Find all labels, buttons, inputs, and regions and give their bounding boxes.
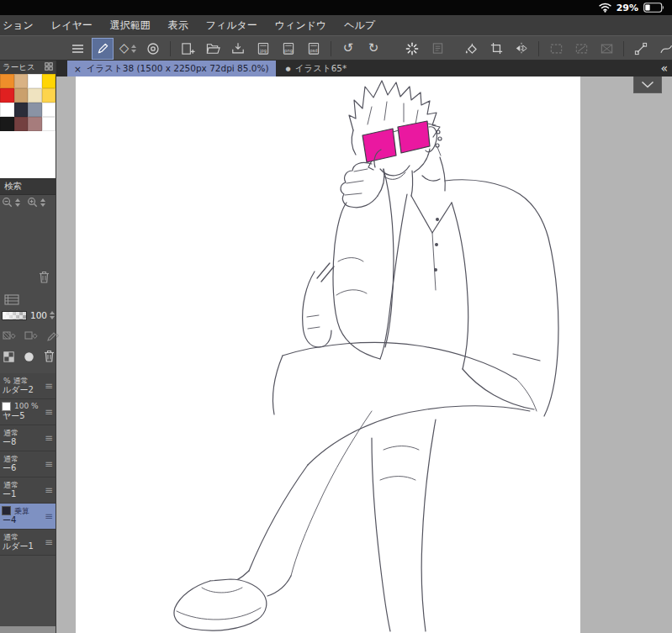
layer-row-6[interactable]: 通常 ー6 ≡ [0, 451, 56, 477]
layer-menu-icon[interactable]: ≡ [45, 510, 53, 522]
layer-row-layer-5[interactable]: 100 % ヤー5 ≡ [0, 399, 56, 425]
processing-spinner-icon [402, 39, 422, 59]
panel-scrollbar[interactable] [0, 626, 56, 633]
lock-transparency-icon[interactable] [3, 330, 16, 346]
menu-window[interactable]: ウィンドウ [275, 18, 326, 33]
undo-icon[interactable]: ↺ [338, 39, 358, 59]
save-icon[interactable] [228, 39, 248, 59]
export-psd-icon[interactable]: psd [304, 39, 324, 59]
curve-tool-icon[interactable] [656, 39, 672, 59]
color-swatch[interactable] [28, 74, 42, 88]
zoom-out-stepper[interactable] [2, 197, 20, 208]
color-history-swatches [0, 74, 56, 178]
line-tool-icon[interactable] [631, 39, 651, 59]
toolbar-expand-chevron-icon[interactable] [633, 75, 662, 93]
color-history-panel-tab[interactable]: ラーヒス [0, 61, 56, 74]
wifi-icon [599, 0, 611, 16]
menu-view[interactable]: 表示 [168, 18, 188, 33]
layer-row-8[interactable]: 通常 ー8 ≡ [0, 425, 56, 451]
tool-variant-stepper-icon[interactable]: ◇ [118, 39, 138, 59]
layer-menu-icon[interactable]: ≡ [45, 458, 53, 470]
layer-name: ルダー1 [3, 541, 34, 552]
pen-tool-icon[interactable] [93, 39, 113, 59]
menu-filter[interactable]: フィルター [206, 18, 257, 33]
color-swatch[interactable] [14, 103, 29, 117]
new-canvas-icon[interactable] [177, 39, 198, 59]
main-menu-icon[interactable] [67, 39, 87, 59]
layer-row-4-selected[interactable]: 乗算 ー4 ≡ [0, 504, 56, 530]
color-swatch[interactable] [14, 74, 29, 88]
collapse-right-panel-icon[interactable]: « [660, 61, 668, 76]
battery-percent: 29% [616, 3, 638, 13]
canvas-artwork [76, 76, 580, 633]
left-panel: ラーヒス 検索 [0, 61, 56, 633]
select-area-icon[interactable] [546, 39, 566, 59]
color-swatch[interactable] [42, 103, 56, 117]
layer-name: ー4 [3, 514, 16, 526]
color-swatch[interactable] [0, 88, 14, 103]
menu-help[interactable]: ヘルプ [344, 18, 375, 33]
layer-row-folder-1[interactable]: 通常 ルダー1 ≡ [0, 530, 56, 556]
unsaved-indicator-icon: ● [286, 66, 291, 72]
color-swatch[interactable] [14, 88, 29, 103]
color-swatch[interactable] [14, 117, 29, 131]
deselect-icon[interactable] [571, 39, 591, 59]
toolbar-separator [331, 41, 331, 56]
opacity-stepper[interactable] [50, 311, 55, 319]
stabilizer-icon[interactable] [143, 39, 163, 59]
layer-blend-mode: 乗算 [14, 506, 29, 517]
tab-illustration-38[interactable]: × イラスト38 (1500 x 2250px 72dpi 85.0%) [67, 61, 276, 76]
color-swatch[interactable] [28, 103, 42, 117]
layer-row-folder-2[interactable]: % 通常 ルダー2 ≡ [0, 373, 56, 399]
panel-grip-icon[interactable] [4, 293, 19, 309]
color-swatch[interactable] [42, 88, 56, 103]
delete-swatch-trash-icon[interactable] [39, 271, 50, 287]
layer-mask-circle-icon[interactable] [24, 350, 34, 366]
menu-selection[interactable]: 選択範囲 [110, 18, 151, 33]
menu-layer[interactable]: レイヤー [51, 18, 93, 33]
flip-horizontal-icon[interactable] [511, 39, 532, 59]
export-png-icon[interactable]: png [278, 39, 299, 59]
tab-close-icon[interactable]: × [74, 64, 82, 74]
color-swatch[interactable] [28, 88, 42, 103]
layer-menu-icon[interactable]: ≡ [45, 406, 53, 418]
color-swatch[interactable] [42, 117, 56, 131]
opacity-slider[interactable] [2, 311, 27, 320]
zoom-in-stepper[interactable] [27, 197, 45, 208]
status-bar: 29% [0, 0, 672, 15]
export-jpg-icon[interactable]: jpg [253, 39, 273, 59]
menu-animation[interactable]: ション [3, 18, 34, 33]
color-swatch[interactable] [28, 117, 42, 131]
layer-menu-icon[interactable]: ≡ [45, 432, 53, 444]
open-file-icon[interactable] [203, 39, 223, 59]
paste-icon[interactable] [427, 39, 447, 59]
invert-selection-icon[interactable] [596, 39, 616, 59]
tab-illustration-65[interactable]: ● イラスト65* [276, 63, 357, 75]
document-tab-bar: × イラスト38 (1500 x 2250px 72dpi 85.0%) ● イ… [56, 61, 672, 76]
delete-layer-trash-icon[interactable] [44, 350, 55, 366]
layer-menu-icon[interactable]: ≡ [45, 536, 53, 548]
layer-opacity-text: 100 % [14, 402, 39, 410]
toolbar-separator [623, 41, 624, 56]
crop-icon[interactable] [486, 39, 506, 59]
clip-to-layer-icon[interactable] [24, 330, 38, 346]
toolbar-separator [170, 41, 171, 56]
layer-menu-icon[interactable]: ≡ [45, 380, 53, 392]
search-bar[interactable]: 検索 [0, 178, 56, 195]
draft-layer-icon[interactable] [46, 330, 59, 346]
drawing-canvas[interactable] [76, 76, 580, 633]
svg-text:jpg: jpg [259, 47, 267, 53]
transparency-checker-icon[interactable] [3, 350, 14, 366]
fill-bucket-icon[interactable] [461, 39, 481, 59]
layer-name: ー6 [3, 462, 16, 474]
color-swatch[interactable] [0, 117, 14, 131]
layer-name: ルダー2 [3, 384, 34, 396]
color-swatch[interactable] [0, 103, 14, 117]
color-swatch[interactable] [0, 74, 14, 88]
layer-menu-icon[interactable]: ≡ [45, 484, 53, 496]
layer-row-1[interactable]: 通常 ー1 ≡ [0, 477, 56, 504]
palette-options-icon[interactable] [45, 62, 53, 72]
color-swatch[interactable] [42, 74, 56, 88]
redo-icon[interactable]: ↻ [363, 39, 384, 59]
layer-name: ヤー5 [3, 410, 25, 422]
